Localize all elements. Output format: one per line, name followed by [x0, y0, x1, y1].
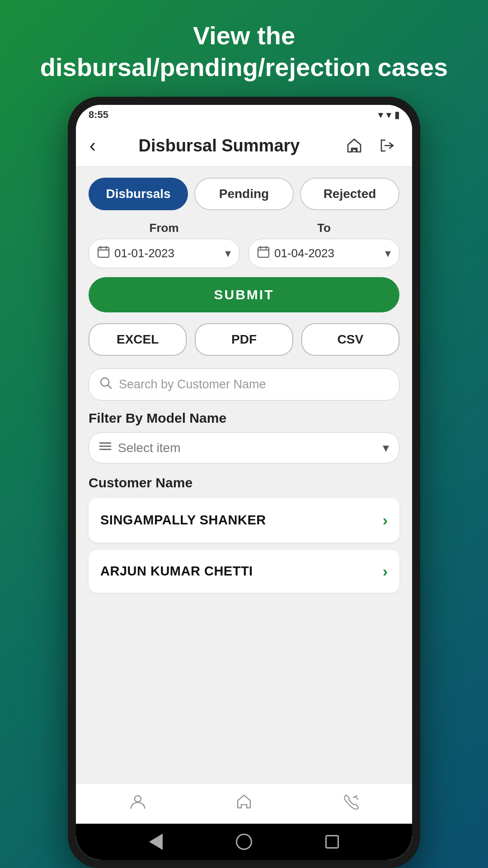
- phone-icon: [342, 793, 359, 814]
- excel-button[interactable]: EXCEL: [89, 323, 187, 356]
- search-icon: [99, 376, 113, 393]
- android-home-btn[interactable]: [235, 833, 253, 851]
- wifi-icon: ▾: [386, 109, 391, 120]
- app-header: ‹ Disbursal Summary: [76, 125, 412, 167]
- customer-section-label: Customer Name: [89, 475, 399, 491]
- signal-icon: ▾: [378, 109, 383, 120]
- svg-rect-6: [258, 247, 269, 257]
- svg-rect-0: [352, 149, 356, 152]
- tabs-row: Disbursals Pending Rejected: [89, 178, 399, 210]
- phone-wrapper: 8:55 ▾ ▾ ▮ ‹ Disbursal Summary: [68, 97, 420, 868]
- android-recent-btn[interactable]: [323, 833, 341, 851]
- svg-rect-2: [98, 247, 109, 257]
- date-to-label: To: [249, 221, 399, 235]
- android-nav: [76, 824, 412, 860]
- customer-card-2[interactable]: ARJUN KUMAR CHETTI ›: [89, 550, 399, 593]
- chevron-from-icon: ▾: [225, 246, 231, 260]
- filter-placeholder: Select item: [118, 441, 376, 455]
- android-back-btn[interactable]: [147, 833, 165, 851]
- nav-profile[interactable]: [120, 789, 155, 818]
- date-row: From 01-01-2023 ▾: [89, 221, 399, 268]
- banner-line2: disbursal/pending/rejection cases: [40, 53, 448, 81]
- date-from-value: 01-01-2023: [114, 246, 221, 260]
- back-button[interactable]: ‹: [89, 135, 96, 156]
- status-time: 8:55: [89, 109, 108, 121]
- home-icon-btn[interactable]: [343, 134, 366, 157]
- header-icons: [343, 134, 399, 157]
- page-title: Disbursal Summary: [139, 136, 300, 156]
- profile-icon: [129, 793, 146, 814]
- calendar-to-icon: [257, 245, 270, 261]
- phone-screen: 8:55 ▾ ▾ ▮ ‹ Disbursal Summary: [76, 105, 412, 860]
- home-nav-icon: [235, 793, 253, 814]
- date-to-value: 01-04-2023: [274, 246, 380, 260]
- filter-list-icon: [99, 440, 112, 456]
- bottom-nav: [76, 783, 412, 824]
- svg-line-11: [108, 385, 111, 388]
- date-from-label: From: [89, 221, 239, 235]
- nav-home[interactable]: [226, 789, 262, 818]
- status-bar: 8:55 ▾ ▾ ▮: [76, 105, 412, 125]
- logout-icon-btn[interactable]: [375, 134, 399, 157]
- date-from-picker[interactable]: 01-01-2023 ▾: [89, 239, 239, 268]
- filter-select[interactable]: Select item ▾: [89, 432, 399, 463]
- customer-name-1: SINGAMPALLY SHANKER: [100, 513, 266, 528]
- battery-icon: ▮: [394, 109, 399, 120]
- tab-rejected[interactable]: Rejected: [300, 178, 399, 210]
- csv-button[interactable]: CSV: [301, 323, 399, 356]
- date-to-group: To 01-04-2023 ▾: [249, 221, 399, 268]
- search-box[interactable]: Search by Customer Name: [89, 368, 399, 401]
- top-banner: View the disbursal/pending/rejection cas…: [0, 0, 488, 97]
- tab-pending[interactable]: Pending: [194, 178, 294, 210]
- date-to-picker[interactable]: 01-04-2023 ▾: [249, 239, 399, 268]
- tab-disbursals[interactable]: Disbursals: [89, 178, 188, 210]
- export-row: EXCEL PDF CSV: [89, 323, 399, 356]
- content-area: Disbursals Pending Rejected From: [76, 167, 412, 783]
- status-icons: ▾ ▾ ▮: [378, 109, 399, 120]
- customer-name-2: ARJUN KUMAR CHETTI: [100, 564, 253, 579]
- nav-phone[interactable]: [333, 789, 368, 818]
- date-from-group: From 01-01-2023 ▾: [89, 221, 239, 268]
- filter-label: Filter By Model Name: [89, 410, 399, 426]
- customer-chevron-2: ›: [383, 562, 388, 580]
- chevron-to-icon: ▾: [385, 246, 391, 260]
- pdf-button[interactable]: PDF: [195, 323, 293, 356]
- customer-card-1[interactable]: SINGAMPALLY SHANKER ›: [89, 498, 399, 542]
- search-placeholder: Search by Customer Name: [119, 377, 266, 392]
- filter-chevron-icon: ▾: [383, 440, 389, 455]
- banner-line1: View the: [193, 21, 295, 50]
- svg-point-15: [135, 796, 141, 802]
- calendar-from-icon: [97, 245, 110, 261]
- customer-chevron-1: ›: [383, 511, 388, 529]
- submit-button[interactable]: SUBMIT: [89, 277, 399, 312]
